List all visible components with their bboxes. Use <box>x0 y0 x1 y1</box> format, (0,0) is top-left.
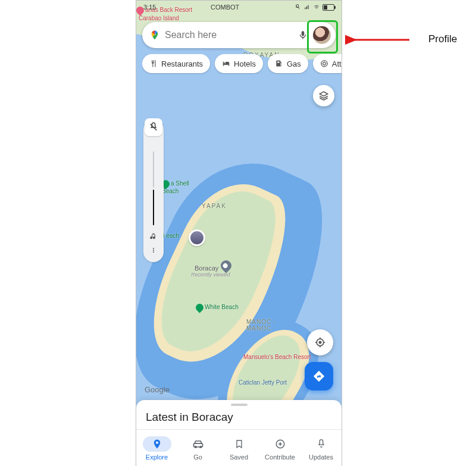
google-maps-logo-icon <box>149 30 160 40</box>
crosshair-icon <box>314 336 326 348</box>
mute-button[interactable] <box>145 118 162 136</box>
signal-icon <box>303 4 311 10</box>
mic-icon[interactable] <box>298 30 308 40</box>
hotel-icon <box>222 59 230 68</box>
bottom-sheet[interactable]: Latest in Boracay <box>136 400 342 430</box>
nav-explore[interactable]: Explore <box>136 430 177 466</box>
nav-go[interactable]: Go <box>177 430 218 466</box>
plus-circle-icon <box>275 439 286 449</box>
restaurant-icon <box>149 59 158 68</box>
bookmark-icon <box>234 439 244 449</box>
gas-icon <box>275 59 283 68</box>
status-bar: 3:15 COMBOT <box>136 1 342 14</box>
map-layers-button[interactable] <box>313 85 334 106</box>
svg-point-3 <box>153 248 154 249</box>
profile-avatar[interactable] <box>313 26 331 44</box>
bottom-nav: Explore Go Saved Contribute Updates <box>136 429 342 466</box>
sheet-grab-handle[interactable] <box>231 404 248 406</box>
music-note-icon[interactable] <box>149 232 158 241</box>
wifi-icon <box>313 4 320 10</box>
chip-label: Gas <box>287 59 301 68</box>
battery-icon <box>322 4 334 11</box>
google-watermark: Google <box>145 385 170 394</box>
map-region-label: YAPAK <box>202 203 227 209</box>
map-poi-label[interactable]: Caticlan Jetty Port <box>239 379 287 386</box>
dnd-icon <box>294 4 301 10</box>
chip-label: Restaurants <box>161 59 203 68</box>
nav-label: Explore <box>146 454 168 461</box>
svg-point-4 <box>153 250 154 251</box>
chip-label: Hotels <box>234 59 256 68</box>
car-icon <box>192 438 204 450</box>
annotation-arrow <box>345 33 411 47</box>
my-location-button[interactable] <box>307 329 333 355</box>
attraction-icon <box>320 59 328 68</box>
bell-off-icon <box>149 122 158 132</box>
directions-button[interactable] <box>305 362 333 391</box>
more-options-icon[interactable] <box>150 247 157 254</box>
map-viewed-place-marker[interactable] <box>189 229 205 246</box>
chip-hotels[interactable]: Hotels <box>215 54 263 73</box>
svg-point-2 <box>321 61 328 67</box>
sheet-title: Latest in Boracay <box>146 411 332 424</box>
chip-attractions[interactable]: Attrac <box>313 54 342 73</box>
volume-slider-fill <box>153 190 154 225</box>
svg-point-5 <box>153 251 154 253</box>
nav-label: Saved <box>230 454 248 461</box>
sound-volume-control[interactable] <box>143 119 164 262</box>
nav-updates[interactable]: Updates <box>300 430 342 466</box>
svg-point-10 <box>199 446 201 448</box>
search-bar[interactable]: Search here <box>142 22 336 48</box>
chip-label: Attrac <box>332 59 342 68</box>
nav-label: Contribute <box>265 454 295 461</box>
map-place-subtitle: Recently viewed <box>191 272 230 278</box>
layers-icon <box>318 90 329 101</box>
chip-restaurants[interactable]: Restaurants <box>142 54 210 73</box>
phone-frame: ROXAYAN anas Back Resort Carabao Island … <box>136 0 342 466</box>
volume-slider-track[interactable] <box>153 152 154 187</box>
nav-contribute[interactable]: Contribute <box>259 430 300 466</box>
map-region-label: MANOC - MANOC <box>246 319 276 332</box>
pin-icon <box>152 439 162 449</box>
search-placeholder[interactable]: Search here <box>165 30 293 40</box>
nav-label: Go <box>193 454 202 461</box>
map-poi-label[interactable]: Mansuelo's Beach Resort <box>243 354 311 360</box>
directions-icon <box>312 370 325 383</box>
map-poi-label[interactable]: a Shell Beach <box>162 180 189 194</box>
svg-point-9 <box>195 446 196 448</box>
map-place-title[interactable]: Boracay <box>195 265 218 272</box>
map-poi-label[interactable]: White Beach <box>196 304 239 311</box>
status-time: 3:15 <box>143 4 156 11</box>
svg-point-1 <box>322 62 325 65</box>
map-poi-label[interactable]: Carabao Island <box>139 15 179 21</box>
svg-point-7 <box>319 341 321 343</box>
category-chip-row[interactable]: Restaurants Hotels Gas Attrac <box>142 54 342 74</box>
nav-label: Updates <box>309 454 333 461</box>
bell-icon <box>317 439 326 449</box>
status-carrier: COMBOT <box>211 4 239 11</box>
chip-gas[interactable]: Gas <box>268 54 308 73</box>
annotation-label: Profile <box>428 33 457 45</box>
nav-saved[interactable]: Saved <box>218 430 259 466</box>
